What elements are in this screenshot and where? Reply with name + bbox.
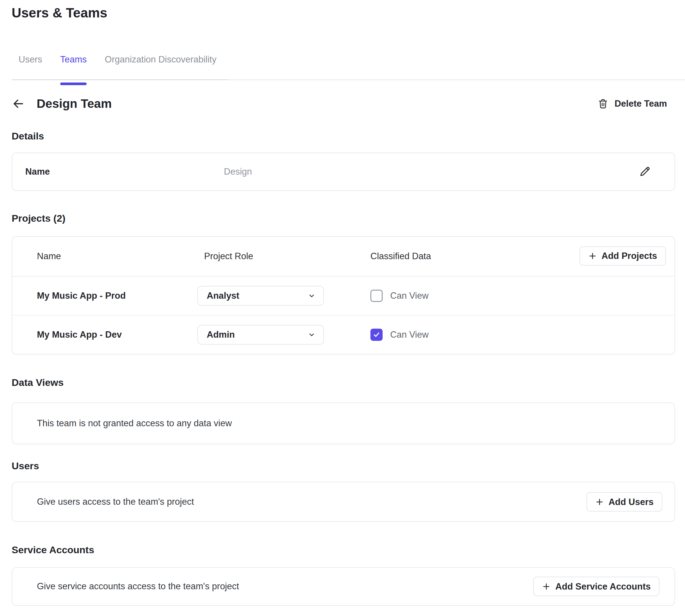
team-title: Design Team	[37, 97, 112, 111]
pencil-icon	[639, 165, 651, 177]
users-empty-text: Give users access to the team's project	[37, 497, 194, 507]
tab-organization-discoverability[interactable]: Organization Discoverability	[105, 50, 216, 84]
tab-teams-label: Teams	[60, 54, 87, 65]
tab-bar: Users Teams Organization Discoverability	[19, 50, 685, 80]
users-teams-page: Users & Teams Users Teams Organization D…	[0, 5, 685, 616]
projects-card: Name Project Role Classified Data Add Pr…	[12, 236, 675, 354]
details-name-row: Name Design	[12, 153, 675, 190]
add-projects-label: Add Projects	[602, 251, 657, 261]
details-card: Name Design	[12, 153, 675, 191]
project-row: My Music App - Prod Analyst Can View	[12, 276, 675, 315]
tab-bar-divider	[12, 79, 227, 80]
users-heading: Users	[12, 461, 685, 471]
add-service-accounts-button[interactable]: Add Service Accounts	[533, 577, 659, 596]
tab-users[interactable]: Users	[19, 50, 42, 84]
delete-team-label: Delete Team	[615, 98, 667, 109]
name-field-value: Design	[224, 167, 252, 177]
tab-users-label: Users	[19, 54, 42, 65]
project-role-value: Analyst	[207, 290, 307, 301]
can-view-label: Can View	[390, 330, 429, 340]
data-views-empty-text: This team is not granted access to any d…	[37, 418, 232, 428]
service-accounts-empty-text: Give service accounts access to the team…	[37, 581, 239, 592]
trash-icon	[597, 97, 609, 110]
edit-name-button[interactable]	[639, 165, 651, 178]
can-view-checkbox[interactable]	[370, 329, 383, 341]
chevron-down-icon	[307, 292, 316, 300]
project-role-select[interactable]: Admin	[197, 325, 324, 345]
project-name: My Music App - Dev	[37, 330, 122, 340]
data-views-heading: Data Views	[12, 377, 685, 388]
projects-table-header: Name Project Role Classified Data Add Pr…	[12, 237, 675, 276]
project-name: My Music App - Prod	[37, 290, 126, 301]
chevron-down-icon	[307, 331, 316, 339]
add-users-button[interactable]: Add Users	[586, 492, 662, 512]
can-view-checkbox[interactable]	[370, 290, 383, 302]
classified-data-cell: Can View	[370, 329, 429, 341]
add-users-label: Add Users	[608, 497, 654, 507]
project-row: My Music App - Dev Admin Can View	[12, 315, 675, 354]
can-view-label: Can View	[390, 290, 429, 301]
back-button[interactable]	[12, 97, 25, 110]
add-service-accounts-label: Add Service Accounts	[555, 581, 651, 592]
column-header-classified-data: Classified Data	[370, 251, 431, 262]
project-role-value: Admin	[207, 330, 307, 340]
service-accounts-card: Give service accounts access to the team…	[12, 567, 675, 606]
column-header-name: Name	[37, 251, 61, 262]
delete-team-button[interactable]: Delete Team	[597, 97, 667, 110]
users-card: Give users access to the team's project …	[12, 482, 675, 522]
service-accounts-heading: Service Accounts	[12, 545, 685, 555]
tab-organization-discoverability-label: Organization Discoverability	[105, 54, 216, 65]
add-projects-button[interactable]: Add Projects	[579, 246, 666, 266]
team-header: Design Team Delete Team	[12, 92, 673, 116]
plus-icon	[588, 251, 597, 260]
project-role-select[interactable]: Analyst	[197, 286, 324, 306]
data-views-card: This team is not granted access to any d…	[12, 402, 675, 444]
plus-icon	[542, 582, 551, 591]
page-title: Users & Teams	[12, 5, 685, 21]
name-field-label: Name	[25, 167, 50, 177]
classified-data-cell: Can View	[370, 290, 429, 302]
check-icon	[372, 331, 381, 339]
arrow-left-icon	[12, 97, 25, 110]
tab-teams[interactable]: Teams	[60, 50, 87, 84]
active-tab-underline	[60, 83, 87, 85]
column-header-project-role: Project Role	[204, 251, 253, 262]
projects-heading: Projects (2)	[12, 213, 685, 224]
plus-icon	[595, 498, 604, 506]
details-heading: Details	[12, 131, 685, 141]
